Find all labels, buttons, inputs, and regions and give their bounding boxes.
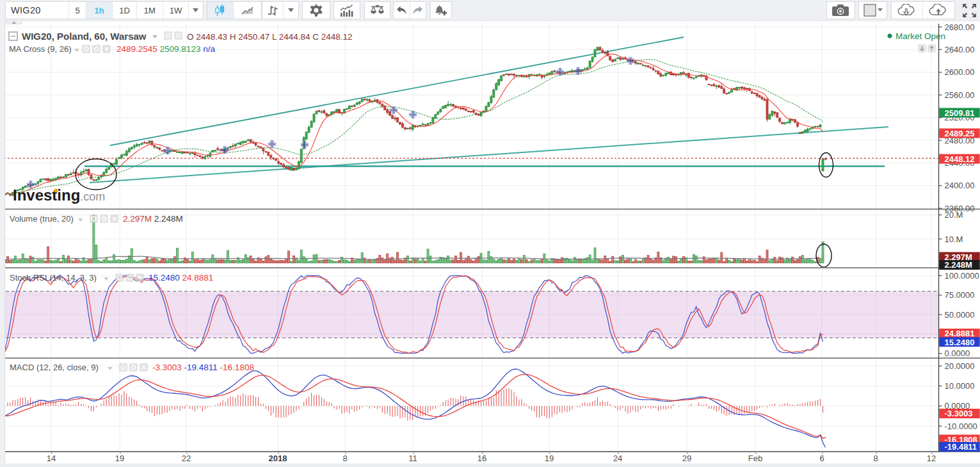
svg-text:6: 6 xyxy=(819,454,824,463)
svg-text:-19.4811: -19.4811 xyxy=(945,442,977,452)
svg-text:2.297M 2.248M: 2.297M 2.248M xyxy=(123,214,183,224)
svg-text:75.0000: 75.0000 xyxy=(945,290,975,300)
svg-text:2400.00: 2400.00 xyxy=(945,181,975,190)
svg-text:19: 19 xyxy=(545,454,554,463)
svg-text:2560.00: 2560.00 xyxy=(945,90,975,100)
svg-text:22: 22 xyxy=(182,454,191,463)
svg-text:-3.3003 -19.4811 -16.1808: -3.3003 -19.4811 -16.1808 xyxy=(152,363,254,372)
svg-text:Market Open: Market Open xyxy=(896,31,945,41)
svg-text:2509.81: 2509.81 xyxy=(945,108,975,118)
svg-text:2.248M: 2.248M xyxy=(945,260,972,270)
svg-text:Volume (true, 20): Volume (true, 20) xyxy=(10,214,74,224)
svg-text:16: 16 xyxy=(478,454,486,463)
svg-text:WIG20, Poland, 60, Warsaw: WIG20, Poland, 60, Warsaw xyxy=(22,31,147,42)
svg-text:-10.0000: -10.0000 xyxy=(945,422,977,431)
svg-text:2018: 2018 xyxy=(269,454,287,463)
svg-text:2489.25: 2489.25 xyxy=(945,129,975,138)
svg-text:15.2480: 15.2480 xyxy=(945,338,975,347)
svg-text:2489.2545 2509.8123 n/a: 2489.2545 2509.8123 n/a xyxy=(116,44,215,54)
svg-text:50.0000: 50.0000 xyxy=(945,310,975,320)
svg-text:10.M: 10.M xyxy=(945,234,963,244)
svg-text:29: 29 xyxy=(682,454,691,463)
svg-text:MACD (12, 26, close, 9): MACD (12, 26, close, 9) xyxy=(10,363,99,372)
svg-text:Stoch RSI (14, 14, 3, 3): Stoch RSI (14, 14, 3, 3) xyxy=(10,273,97,283)
svg-text:2448.12: 2448.12 xyxy=(945,154,975,164)
svg-text:14: 14 xyxy=(47,454,56,463)
svg-text:O 2448.43 H 2450.47 L 2444.8: O 2448.43 H 2450.47 L 2444.84 C 2448.12 xyxy=(187,32,353,42)
svg-text:10.0000: 10.0000 xyxy=(945,381,975,391)
svg-text:20.0000: 20.0000 xyxy=(945,361,975,371)
svg-text:20.M: 20.M xyxy=(945,210,963,220)
svg-text:8: 8 xyxy=(873,454,878,463)
svg-text:12: 12 xyxy=(927,454,936,463)
svg-text:24: 24 xyxy=(613,454,622,463)
svg-text:11: 11 xyxy=(408,454,417,463)
svg-text:15.2480 24.8881: 15.2480 24.8881 xyxy=(149,273,213,283)
svg-text:-3.3003: -3.3003 xyxy=(945,409,973,418)
svg-text:19: 19 xyxy=(115,454,124,463)
svg-text:Feb: Feb xyxy=(748,454,762,463)
svg-text:2640.00: 2640.00 xyxy=(945,45,975,54)
svg-text:MA Cross (9, 26): MA Cross (9, 26) xyxy=(9,44,72,54)
svg-text:100.0000: 100.0000 xyxy=(945,271,979,281)
svg-text:0.0000: 0.0000 xyxy=(945,348,970,358)
svg-text:8: 8 xyxy=(342,454,347,463)
svg-text:2600.00: 2600.00 xyxy=(945,67,975,77)
